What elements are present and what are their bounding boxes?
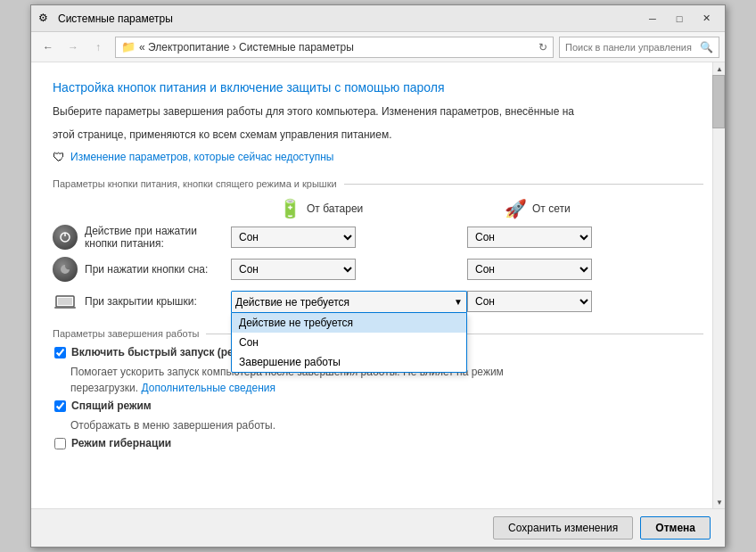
power-section-header: Параметры кнопки питания, кнопки спящего…	[53, 178, 703, 189]
column-headers: 🔋 От батареи 🚀 От сети	[53, 198, 703, 219]
power-button-battery-select[interactable]: Сон	[231, 227, 356, 248]
save-button[interactable]: Сохранить изменения	[493, 516, 633, 540]
address-text: « Электропитание › Системные параметры	[139, 41, 538, 54]
lid-close-power-select-container: Сон	[467, 291, 703, 312]
sleep-button-power-select-container: Сон	[467, 259, 703, 280]
page-title: Настройка кнопок питания и включение защ…	[53, 80, 703, 95]
content-area: Настройка кнопок питания и включение защ…	[31, 62, 725, 508]
dropdown-item-sleep[interactable]: Сон	[232, 333, 466, 352]
lid-close-icon	[53, 289, 78, 314]
sleep-button-label: При нажатии кнопки сна:	[53, 257, 231, 282]
window-icon: ⚙	[38, 12, 53, 26]
maximize-button[interactable]: □	[668, 9, 691, 29]
sleep-button-battery-select-container: Сон	[231, 259, 467, 280]
description-line2: этой странице, применяются ко всем схема…	[53, 127, 703, 143]
battery-column-header: 🔋 От батареи	[252, 198, 478, 219]
fast-start-checkbox[interactable]	[54, 347, 66, 358]
sleep-mode-label: Спящий режим	[71, 400, 152, 412]
power-button-battery-select-container: Сон	[231, 227, 467, 248]
back-button[interactable]: ←	[37, 36, 60, 59]
hibernate-checkbox-row: Режим гибернации	[53, 437, 703, 449]
power-icon-svg	[59, 231, 71, 243]
dropdown-item-shutdown[interactable]: Завершение работы	[232, 352, 466, 372]
sleep-mode-checkbox-row: Спящий режим	[53, 400, 703, 412]
link-row: 🛡 Изменение параметров, которые сейчас н…	[53, 150, 703, 164]
dropdown-item-no-action[interactable]: Действие не требуется	[232, 313, 466, 333]
sleep-mode-checkbox[interactable]	[54, 400, 66, 412]
search-icon: 🔍	[700, 41, 713, 54]
power-button-row: Действие при нажатии кнопки питания: Сон…	[53, 225, 703, 250]
fast-start-desc2: перезагрузки. Дополнительные сведения	[70, 382, 703, 394]
sleep-button-battery-select[interactable]: Сон	[231, 259, 356, 280]
address-bar: 📁 « Электропитание › Системные параметры…	[115, 37, 554, 58]
laptop-icon-svg	[53, 289, 78, 314]
power-button-label: Действие при нажатии кнопки питания:	[53, 225, 231, 250]
minimize-button[interactable]: ─	[641, 9, 664, 29]
scrollbar-thumb[interactable]	[712, 75, 725, 128]
main-window: ⚙ Системные параметры ─ □ ✕ ← → ↑ 📁 « Эл…	[30, 4, 726, 548]
lid-close-battery-dropdown: Действие не требуется ▼ Действие не треб…	[231, 291, 467, 312]
more-info-link[interactable]: Дополнительные сведения	[141, 382, 275, 394]
scroll-down-button[interactable]: ▼	[713, 496, 726, 508]
hibernate-checkbox[interactable]	[54, 438, 66, 449]
footer: Сохранить изменения Отмена	[31, 508, 725, 547]
sleep-mode-desc: Отображать в меню завершения работы.	[70, 419, 703, 432]
hibernate-label: Режим гибернации	[71, 437, 171, 449]
address-icon: 📁	[121, 40, 136, 54]
refresh-icon[interactable]: ↻	[538, 41, 547, 54]
dropdown-list: Действие не требуется Сон Завершение раб…	[231, 312, 467, 373]
search-bar: 🔍	[559, 37, 719, 58]
svg-rect-4	[58, 298, 72, 305]
dropdown-selected[interactable]: Действие не требуется ▼	[231, 291, 467, 312]
sleep-button-power-select[interactable]: Сон	[467, 259, 592, 280]
power-settings-grid: 🔋 От батареи 🚀 От сети	[53, 198, 703, 314]
close-button[interactable]: ✕	[694, 9, 718, 29]
power-plug-icon: 🚀	[505, 198, 527, 219]
power-button-power-select[interactable]: Сон	[467, 227, 592, 248]
sleep-button-row: При нажатии кнопки сна: Сон Сон	[53, 257, 703, 282]
up-button[interactable]: ↑	[86, 36, 110, 59]
chevron-down-icon: ▼	[454, 297, 463, 307]
power-button-icon	[53, 225, 78, 250]
nav-bar: ← → ↑ 📁 « Электропитание › Системные пар…	[31, 32, 725, 62]
battery-icon: 🔋	[279, 198, 301, 219]
sleep-button-icon	[53, 257, 78, 282]
description-line1: Выберите параметры завершения работы для…	[53, 103, 703, 119]
scrollbar: ▲ ▼	[712, 62, 725, 508]
unavailable-settings-link[interactable]: Изменение параметров, которые сейчас нед…	[70, 151, 334, 163]
cancel-button[interactable]: Отмена	[640, 516, 711, 540]
forward-button[interactable]: →	[62, 36, 85, 59]
sleep-icon-svg	[59, 263, 71, 276]
window-controls: ─ □ ✕	[641, 9, 718, 29]
svg-rect-3	[54, 307, 76, 309]
power-button-power-select-container: Сон	[467, 227, 703, 248]
title-bar: ⚙ Системные параметры ─ □ ✕	[31, 5, 725, 32]
scroll-up-button[interactable]: ▲	[713, 62, 726, 75]
window-title: Системные параметры	[58, 12, 641, 25]
lid-close-power-select[interactable]: Сон	[467, 291, 592, 312]
lid-close-row: При закрытии крышки: Действие не требует…	[53, 289, 703, 314]
power-column-header: 🚀 От сети	[478, 198, 703, 219]
lid-close-label: При закрытии крышки:	[53, 289, 231, 314]
shield-icon: 🛡	[53, 150, 65, 164]
search-input[interactable]	[565, 42, 696, 53]
